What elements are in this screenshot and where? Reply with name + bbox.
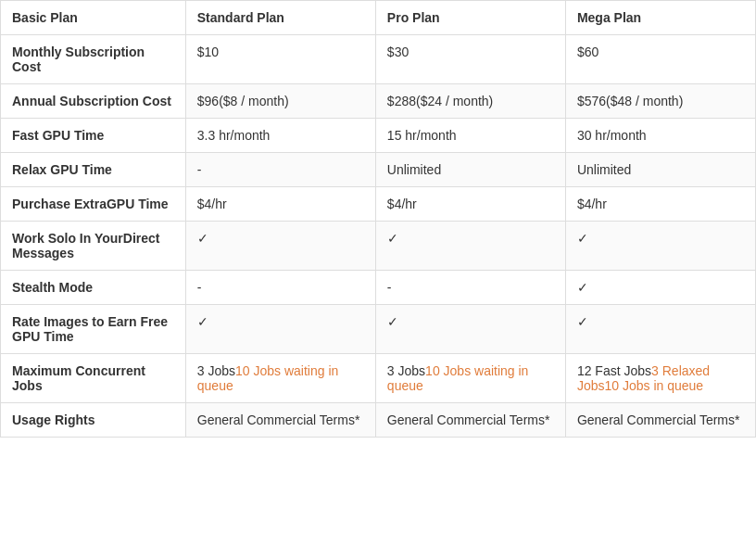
row-col2: ✓ [185, 222, 375, 271]
row-col3: ✓ [375, 222, 565, 271]
concurrent-col2: 3 Jobs10 Jobs waiting in queue [185, 354, 375, 403]
row-label: Rate Images to Earn Free GPU Time [1, 305, 186, 354]
row-col4: $60 [565, 35, 755, 84]
row-col2: $96($8 / month) [185, 84, 375, 119]
col3-header: Pro Plan [375, 1, 565, 35]
row-col2: General Commercial Terms* [185, 403, 375, 438]
row-col4: ✓ [565, 271, 755, 305]
row-label: Usage Rights [1, 403, 186, 438]
row-col3: $30 [375, 35, 565, 84]
table-row: Usage RightsGeneral Commercial Terms*Gen… [1, 403, 756, 438]
concurrent-col4: 12 Fast Jobs3 Relaxed Jobs10 Jobs in que… [565, 354, 755, 403]
table-row: Annual Subscription Cost$96($8 / month)$… [1, 84, 756, 119]
table-row: Rate Images to Earn Free GPU Time✓✓✓ [1, 305, 756, 354]
comparison-table: Basic Plan Standard Plan Pro Plan Mega P… [0, 0, 756, 438]
table-row: Stealth Mode--✓ [1, 271, 756, 305]
table-row: Purchase ExtraGPU Time$4/hr$4/hr$4/hr [1, 187, 756, 222]
row-col2: $10 [185, 35, 375, 84]
row-col2: ✓ [185, 305, 375, 354]
row-label: Purchase ExtraGPU Time [1, 187, 186, 222]
row-col3: ✓ [375, 305, 565, 354]
row-col4: Unlimited [565, 153, 755, 187]
row-col3: - [375, 271, 565, 305]
concurrent-col3: 3 Jobs10 Jobs waiting in queue [375, 354, 565, 403]
row-col2: - [185, 271, 375, 305]
row-col3: General Commercial Terms* [375, 403, 565, 438]
row-label: Annual Subscription Cost [1, 84, 186, 119]
row-label: Fast GPU Time [1, 119, 186, 153]
row-label: Stealth Mode [1, 271, 186, 305]
row-col3: $288($24 / month) [375, 84, 565, 119]
row-col4: $576($48 / month) [565, 84, 755, 119]
table-row: Relax GPU Time-UnlimitedUnlimited [1, 153, 756, 187]
row-col2: - [185, 153, 375, 187]
col1-header: Basic Plan [1, 1, 186, 35]
row-col4: $4/hr [565, 187, 755, 222]
row-label: Work Solo In YourDirect Messages [1, 222, 186, 271]
row-label: Maximum Concurrent Jobs [1, 354, 186, 403]
table-row: Monthly Subscription Cost$10$30$60 [1, 35, 756, 84]
table-row: Fast GPU Time3.3 hr/month15 hr/month30 h… [1, 119, 756, 153]
row-col2: 3.3 hr/month [185, 119, 375, 153]
row-col2: $4/hr [185, 187, 375, 222]
table-row: Work Solo In YourDirect Messages✓✓✓ [1, 222, 756, 271]
row-col4: ✓ [565, 305, 755, 354]
row-col3: 15 hr/month [375, 119, 565, 153]
row-col3: Unlimited [375, 153, 565, 187]
table-row: Maximum Concurrent Jobs3 Jobs10 Jobs wai… [1, 354, 756, 403]
row-col4: 30 hr/month [565, 119, 755, 153]
row-col4: ✓ [565, 222, 755, 271]
col4-header: Mega Plan [565, 1, 755, 35]
row-col3: $4/hr [375, 187, 565, 222]
row-label: Relax GPU Time [1, 153, 186, 187]
row-label: Monthly Subscription Cost [1, 35, 186, 84]
row-col4: General Commercial Terms* [565, 403, 755, 438]
col2-header: Standard Plan [185, 1, 375, 35]
